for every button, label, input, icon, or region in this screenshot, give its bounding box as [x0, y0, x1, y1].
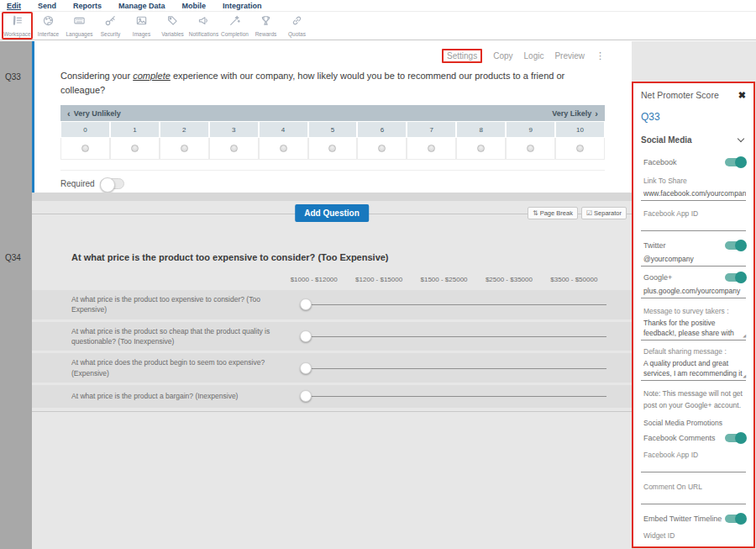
message-to-takers-textarea[interactable]: Thanks for the positive feedback!, pleas… [641, 318, 746, 340]
comment-on-url-input[interactable] [641, 493, 746, 504]
facebook-toggle[interactable] [725, 158, 746, 166]
nps-radio-6[interactable] [378, 145, 386, 152]
price-slider [300, 362, 606, 374]
nps-radio-3[interactable] [230, 145, 238, 152]
facebook-app-id-2-input[interactable] [641, 461, 746, 472]
slider-thumb[interactable] [300, 330, 312, 342]
nps-settings-panel: Net Promoter Score ✖ Q33 Social Media Fa… [632, 82, 755, 548]
toolbar-item-label: Security [101, 31, 120, 37]
add-question-button[interactable]: Add Question [295, 204, 369, 222]
facebook-comments-label: Facebook Comments [643, 434, 716, 442]
facebook-toggle-row: Facebook [641, 158, 746, 166]
slider-thumb[interactable] [300, 298, 312, 310]
question-title-q34[interactable]: At what price is the product too expensi… [71, 252, 606, 262]
toolbar-item-completion[interactable]: Completion [219, 12, 250, 40]
rewards-icon [260, 14, 272, 30]
facebook-app-id-input[interactable] [641, 219, 746, 231]
slider-track [305, 336, 606, 337]
menu-item-manage-data[interactable]: Manage Data [118, 2, 165, 11]
promotions-section-label: Social Media Promotions [641, 419, 746, 427]
chevron-down-icon[interactable] [738, 135, 744, 142]
toolbar-item-languages[interactable]: Languages [64, 12, 95, 40]
settings-button[interactable]: Settings [442, 49, 482, 63]
facebook-comments-toggle[interactable] [725, 434, 746, 442]
scale-value: 7 [407, 121, 456, 138]
toolbar-item-interface[interactable]: Interface [33, 12, 64, 40]
page-break-button[interactable]: ⇅ Page Break [528, 207, 578, 219]
panel-title: Net Promoter Score [641, 90, 719, 100]
nps-radio-5[interactable] [328, 145, 336, 152]
nps-radio-2[interactable] [181, 145, 188, 152]
scale-value: 9 [506, 121, 555, 138]
nps-radio-7[interactable] [428, 145, 435, 152]
menu-item-send[interactable]: Send [38, 2, 56, 11]
social-media-section-header[interactable]: Social Media [641, 135, 746, 145]
toolbar-item-variables[interactable]: Variables [157, 12, 188, 40]
menu-item-mobile[interactable]: Mobile [182, 2, 207, 11]
google-plus-url-input[interactable] [641, 285, 746, 298]
slider-thumb[interactable] [300, 362, 312, 374]
menu-item-edit[interactable]: Edit [7, 2, 21, 11]
copy-button[interactable]: Copy [493, 51, 512, 61]
required-toggle[interactable] [100, 178, 124, 189]
question-actions: Settings Copy Logic Preview ⋮ [60, 49, 605, 63]
scale-value: 2 [160, 121, 209, 138]
scale-value: 8 [456, 121, 506, 138]
close-icon[interactable]: ✖ [738, 91, 746, 100]
menu-item-reports[interactable]: Reports [73, 2, 102, 11]
slider-thumb[interactable] [300, 390, 312, 402]
quotas-icon [291, 14, 303, 30]
nps-radio-1[interactable] [131, 145, 139, 152]
nps-radio-9[interactable] [527, 145, 534, 152]
nps-radio-0[interactable] [81, 145, 89, 152]
google-plus-toggle[interactable] [725, 273, 746, 282]
more-options-icon[interactable]: ⋮ [596, 50, 605, 61]
price-slider [300, 330, 606, 342]
logic-button[interactable]: Logic [524, 51, 544, 61]
twitter-handle-input[interactable] [641, 253, 746, 267]
chevron-left-icon[interactable]: ‹ [67, 108, 71, 119]
q34-column-header: $1000 - $12000 [281, 276, 346, 283]
survey-workspace: Q33 Q34 Settings Copy Logic Preview ⋮ Co… [0, 41, 756, 549]
embed-twitter-toggle[interactable] [725, 515, 746, 523]
widget-id-input[interactable] [641, 541, 746, 548]
images-icon [135, 14, 148, 30]
chevron-right-icon[interactable]: › [595, 108, 598, 119]
toolbar-item-images[interactable]: Images [126, 12, 157, 40]
top-menubar: Edit Send Reports Manage Data Mobile Int… [0, 0, 756, 12]
survey-canvas: Settings Copy Logic Preview ⋮ Considerin… [32, 41, 632, 549]
toolbar-item-label: Quotas [288, 31, 306, 37]
default-sharing-textarea[interactable]: A quality product and great services, I … [641, 358, 746, 381]
separator-button[interactable]: ☑ Separator [581, 207, 627, 219]
required-label: Required [60, 179, 95, 188]
toolbar-item-label: Languages [66, 31, 92, 37]
toolbar-item-security[interactable]: Security [95, 12, 126, 40]
q34-column-header: $2500 - $35000 [476, 276, 541, 283]
nps-scale-radios [60, 138, 605, 160]
nps-radio-4[interactable] [280, 145, 287, 152]
preview-button[interactable]: Preview [554, 51, 585, 61]
price-slider [300, 298, 606, 310]
twitter-toggle[interactable] [725, 241, 746, 250]
toolbar-item-workspace[interactable]: Workspace [2, 12, 33, 40]
q34-row-expensive: At what price does the product begin to … [32, 353, 632, 383]
question-number-q34: Q34 [0, 82, 32, 262]
question-text-q33[interactable]: Considering your complete experience wit… [60, 69, 605, 98]
scale-right-label: Very Likely [552, 109, 591, 118]
link-to-share-input[interactable] [641, 187, 746, 201]
completion-icon [228, 14, 241, 30]
scale-value: 6 [357, 121, 407, 138]
facebook-app-id-label: Facebook App ID [641, 209, 746, 218]
toolbar-item-label: Completion [221, 31, 249, 37]
menu-item-integration[interactable]: Integration [223, 2, 262, 11]
toolbar-item-quotas[interactable]: Quotas [281, 12, 312, 40]
nps-radio-10[interactable] [576, 145, 584, 152]
nps-radio-8[interactable] [477, 145, 485, 152]
toolbar-item-notifications[interactable]: Notifications [188, 12, 219, 40]
toolbar-item-label: Workspace [3, 31, 30, 37]
insert-controls: ⇅ Page Break ☑ Separator [528, 207, 627, 219]
scale-value: 4 [259, 121, 308, 138]
toolbar-item-rewards[interactable]: Rewards [250, 12, 281, 40]
panel-question-id[interactable]: Q33 [641, 111, 746, 123]
twitter-label: Twitter [643, 241, 666, 250]
